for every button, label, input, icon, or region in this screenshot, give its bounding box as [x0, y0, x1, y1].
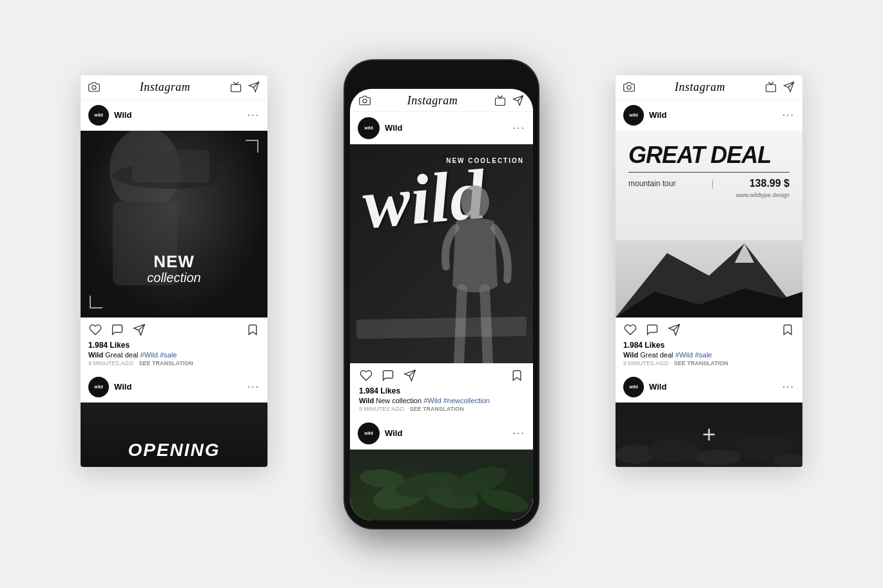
left-ig-title: Instagram [140, 81, 191, 94]
right-avatar2-text: wild [629, 384, 638, 389]
camera-icon [88, 81, 100, 93]
share-icon[interactable] [132, 323, 146, 337]
right-likes: 1.984 Likes [623, 341, 795, 350]
left-post-dots2: ··· [247, 381, 260, 393]
phone-post-actions [350, 363, 533, 385]
bookmark-icon[interactable] [246, 323, 260, 337]
left-likes: 1.984 Likes [88, 341, 260, 350]
phone-username2: Wild [385, 428, 513, 438]
left-post1-info: 1.984 Likes Wild Great deal #Wild #sale … [81, 339, 267, 372]
right-username2: Wild [649, 382, 782, 392]
phone-send-icon [512, 95, 524, 106]
right-caption-text: Great deal [640, 351, 675, 359]
phone-ig-header: Instagram [350, 89, 533, 112]
left-post2-header: wild Wild ··· [81, 372, 267, 403]
right-comment-icon[interactable] [645, 323, 659, 337]
left-opening-text: OPENING [128, 440, 220, 467]
right-post-dots2: ··· [782, 381, 795, 393]
phone-likes: 1.984 Likes [359, 386, 524, 395]
left-fashion-bg: NEW collection [81, 131, 267, 318]
svg-rect-24 [766, 84, 775, 91]
phone-actions-left [359, 368, 417, 383]
right-bookmark-icon[interactable] [781, 323, 795, 337]
right-instagram-card: Instagram wild Wild [616, 75, 802, 467]
phone-camera-icon [359, 95, 371, 106]
phone-header-icons [494, 95, 524, 106]
phone-leaves-svg [350, 450, 530, 520]
phone-tv-icon [494, 95, 506, 106]
left-post-time: 9 MINUTES AGO SEE TRANSLATION [88, 360, 260, 366]
left-fashion-collection: collection [147, 270, 200, 285]
right-tour-label: mountain tour [628, 179, 675, 188]
phone-comment-icon[interactable] [381, 368, 395, 383]
send-icon [248, 81, 260, 93]
right-divider [628, 172, 790, 173]
right-camera-icon [623, 81, 635, 93]
right-ig-header-icons [765, 81, 795, 93]
phone-avatar-text: wild [364, 126, 373, 130]
left-username: Wild [114, 110, 247, 120]
phone-username: Wild [385, 123, 513, 133]
right-post1-header: wild Wild ··· [616, 100, 802, 131]
left-actions-left [88, 323, 146, 337]
phone-avatar: wild [358, 117, 380, 139]
phone-ig-title: Instagram [407, 94, 458, 108]
phone-screen-inner: Instagram [350, 89, 533, 520]
right-deal-row: mountain tour | 138.99 $ [628, 178, 790, 189]
svg-point-33 [696, 450, 741, 465]
svg-point-0 [92, 86, 96, 90]
right-avatar-text: wild [629, 113, 638, 117]
heart-icon[interactable] [88, 323, 102, 337]
left-avatar2-text: wild [94, 384, 103, 389]
right-post-dots: ··· [782, 109, 795, 121]
corner-br-decoration [90, 296, 102, 308]
phone-post-time: 9 MINUTES AGO SEE TRANSLATION [359, 406, 524, 412]
left-post1-header: wild Wild ··· [81, 100, 267, 131]
comment-icon[interactable] [110, 323, 124, 337]
left-ig-header-icons [230, 81, 260, 93]
right-heart-icon[interactable] [623, 323, 637, 337]
left-post-dots: ··· [247, 109, 260, 121]
left-hashtag1: #Wild #sale [141, 351, 177, 359]
left-opening-bg: OPENING [81, 403, 267, 467]
phone-post-dots2: ··· [513, 428, 525, 439]
right-rocks-bg: + [616, 403, 802, 467]
phone-post-dots: ··· [513, 122, 525, 134]
tv-icon [230, 81, 242, 93]
right-tv-icon [765, 81, 777, 93]
right-price: 138.99 $ [750, 178, 790, 189]
right-avatar: wild [623, 105, 644, 126]
right-post1-image: GREAT DEAL mountain tour | 138.99 $ www.… [616, 131, 802, 318]
phone-avatar2: wild [358, 422, 380, 444]
right-plus-icon: + [702, 421, 715, 448]
left-post-actions [81, 318, 267, 339]
phone-heart-icon[interactable] [359, 368, 373, 383]
phone-share-icon[interactable] [403, 368, 417, 383]
phone-bottom-image [350, 450, 533, 520]
svg-point-10 [363, 99, 367, 103]
right-ig-title: Instagram [675, 81, 726, 94]
left-instagram-card: Instagram wild Wild [81, 75, 267, 467]
phone-post2-header: wild Wild ··· [350, 417, 533, 450]
phone-notch [406, 68, 477, 84]
phone-bookmark-icon[interactable] [510, 368, 524, 383]
right-actions-left [623, 323, 681, 337]
right-post2-image: + [616, 403, 802, 467]
phone-screen: Instagram [350, 89, 533, 520]
main-scene: Instagram wild Wild [55, 37, 828, 552]
phone-coolection-badge: NEW COOLECTION [446, 157, 524, 164]
phone-post-header: wild Wild ··· [350, 112, 533, 144]
svg-point-14 [461, 185, 489, 219]
left-ig-header: Instagram [81, 75, 267, 100]
right-post2-header: wild Wild ··· [616, 372, 802, 403]
svg-point-23 [627, 86, 631, 90]
svg-point-32 [648, 439, 699, 462]
right-avatar2: wild [623, 377, 644, 397]
left-username2: Wild [114, 382, 247, 392]
right-share-icon[interactable] [667, 323, 681, 337]
left-avatar2: wild [88, 377, 109, 397]
left-avatar-text: wild [94, 113, 103, 117]
left-post1-image: NEW collection [81, 131, 267, 318]
right-greatdeal-bg: GREAT DEAL mountain tour | 138.99 $ www.… [616, 131, 802, 318]
phone-avatar2-text: wild [364, 431, 373, 435]
